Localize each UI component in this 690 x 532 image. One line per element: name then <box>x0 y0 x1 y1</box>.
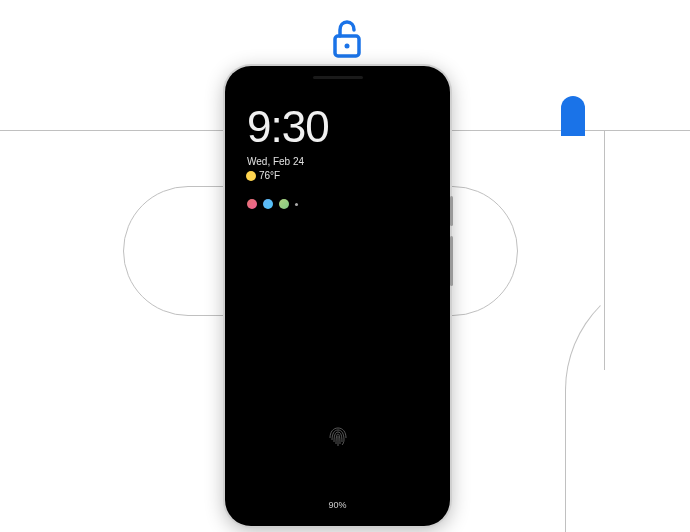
lockscreen-date: Wed, Feb 24 <box>247 156 428 167</box>
notification-avatar[interactable] <box>247 199 257 209</box>
battery-percentage: 90% <box>328 500 346 510</box>
notification-more-dot <box>295 203 298 206</box>
phone-device: 9:30 Wed, Feb 24 76°F 90% <box>225 66 450 526</box>
temperature-value: 76°F <box>259 170 280 181</box>
sun-icon <box>247 172 255 180</box>
lockscreen: 9:30 Wed, Feb 24 76°F <box>247 102 428 209</box>
notification-icons-row[interactable] <box>247 199 428 209</box>
background-arc <box>565 270 690 532</box>
phone-screen[interactable]: 9:30 Wed, Feb 24 76°F 90% <box>229 70 446 522</box>
svg-point-1 <box>345 44 350 49</box>
notification-avatar[interactable] <box>279 199 289 209</box>
notification-avatar[interactable] <box>263 199 273 209</box>
phone-volume-button[interactable] <box>450 236 453 286</box>
phone-power-button[interactable] <box>450 196 453 226</box>
lockscreen-clock: 9:30 <box>247 102 428 152</box>
fingerprint-icon[interactable] <box>324 422 352 450</box>
unlock-icon <box>329 18 365 62</box>
background-blue-accent <box>561 96 585 136</box>
lockscreen-weather: 76°F <box>247 170 428 181</box>
phone-earpiece <box>313 76 363 79</box>
